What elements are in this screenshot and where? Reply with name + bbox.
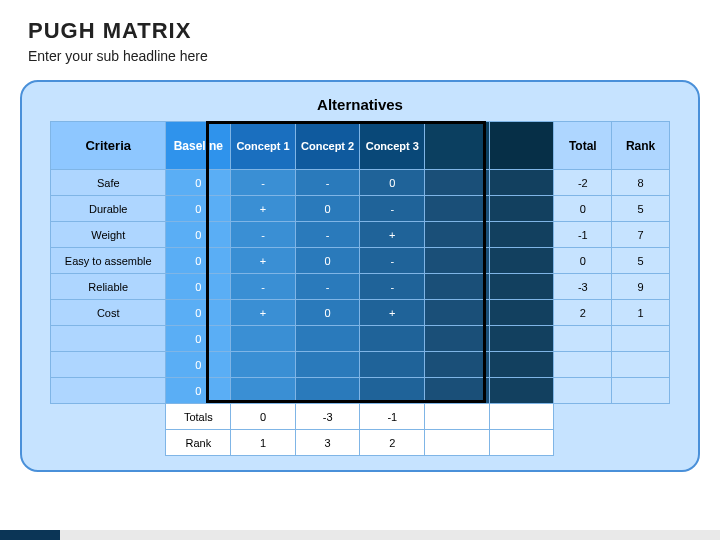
c3-cell: + [360,300,425,326]
slide-header: PUGH MATRIX Enter your sub headline here [0,0,720,74]
empty-cell [489,352,554,378]
rank-row: Rank132 [51,430,670,456]
empty-cell [489,300,554,326]
slide-subtitle: Enter your sub headline here [28,48,692,64]
criteria-cell: Safe [51,170,166,196]
baseline-cell: 0 [166,378,231,404]
c1-cell: - [231,274,296,300]
hdr-concept1: Concept 1 [231,122,296,170]
empty-cell [489,248,554,274]
empty-cell [425,430,490,456]
baseline-cell: 0 [166,274,231,300]
c2-cell: - [295,170,360,196]
rank-cell: 1 [612,300,670,326]
empty-cell [425,300,490,326]
c3-cell: + [360,222,425,248]
totals-label: Totals [166,404,231,430]
c1-cell [231,352,296,378]
empty-cell [489,326,554,352]
criteria-cell [51,326,166,352]
header-row: Criteria Baseline Concept 1 Concept 2 Co… [51,122,670,170]
criteria-cell [51,352,166,378]
hdr-empty1 [425,122,490,170]
c1-cell [231,326,296,352]
total-cell: 2 [554,300,612,326]
rank-label: Rank [166,430,231,456]
table-row: 0 [51,352,670,378]
c2-cell [295,352,360,378]
criteria-cell: Easy to assemble [51,248,166,274]
baseline-cell: 0 [166,352,231,378]
total-cell: 0 [554,248,612,274]
rank-cell [612,352,670,378]
table-row: Weight0--+-17 [51,222,670,248]
baseline-cell: 0 [166,326,231,352]
empty-cell [425,404,490,430]
alternatives-label: Alternatives [50,96,670,113]
empty-cell [489,196,554,222]
c1-cell: - [231,222,296,248]
empty-cell [425,222,490,248]
criteria-cell [51,378,166,404]
baseline-cell: 0 [166,196,231,222]
empty-cell [489,274,554,300]
empty-cell [425,196,490,222]
c2-cell [295,326,360,352]
c3-cell: - [360,196,425,222]
hdr-concept2: Concept 2 [295,122,360,170]
c2-cell: 0 [295,248,360,274]
rank-cell [612,378,670,404]
total-cell: -3 [554,274,612,300]
rank-cell: 8 [612,170,670,196]
empty-cell [425,274,490,300]
c2-cell [295,378,360,404]
empty-cell [425,352,490,378]
pugh-matrix-table: Criteria Baseline Concept 1 Concept 2 Co… [50,121,670,456]
empty-cell [489,404,554,430]
matrix-panel: Alternatives Criteria Baseline Concept 1… [20,80,700,472]
totals-c2: -3 [295,404,360,430]
c3-cell [360,352,425,378]
total-cell [554,378,612,404]
rank-cell: 5 [612,248,670,274]
total-cell: 0 [554,196,612,222]
total-cell: -1 [554,222,612,248]
empty-cell [489,378,554,404]
totals-row: Totals0-3-1 [51,404,670,430]
criteria-cell: Durable [51,196,166,222]
hdr-empty2 [489,122,554,170]
empty-cell [489,170,554,196]
table-row: 0 [51,326,670,352]
rank-c2: 3 [295,430,360,456]
c2-cell: - [295,274,360,300]
slide-title: PUGH MATRIX [28,18,692,44]
baseline-cell: 0 [166,222,231,248]
totals-c1: 0 [231,404,296,430]
table-row: Safe0--0-28 [51,170,670,196]
rank-cell: 7 [612,222,670,248]
c2-cell: 0 [295,300,360,326]
rank-cell: 5 [612,196,670,222]
table-row: Easy to assemble0+0-05 [51,248,670,274]
baseline-cell: 0 [166,170,231,196]
empty-cell [425,326,490,352]
c1-cell: + [231,248,296,274]
criteria-cell: Weight [51,222,166,248]
criteria-cell: Cost [51,300,166,326]
c3-cell: - [360,248,425,274]
total-cell: -2 [554,170,612,196]
footer-bar [0,530,720,540]
c3-cell [360,378,425,404]
baseline-cell: 0 [166,300,231,326]
table-row: Durable0+0-05 [51,196,670,222]
empty-cell [489,222,554,248]
rank-cell: 9 [612,274,670,300]
hdr-concept3: Concept 3 [360,122,425,170]
c2-cell: 0 [295,196,360,222]
footer-accent [0,530,60,540]
c1-cell [231,378,296,404]
criteria-cell: Reliable [51,274,166,300]
totals-c3: -1 [360,404,425,430]
rank-c1: 1 [231,430,296,456]
table-row: 0 [51,378,670,404]
